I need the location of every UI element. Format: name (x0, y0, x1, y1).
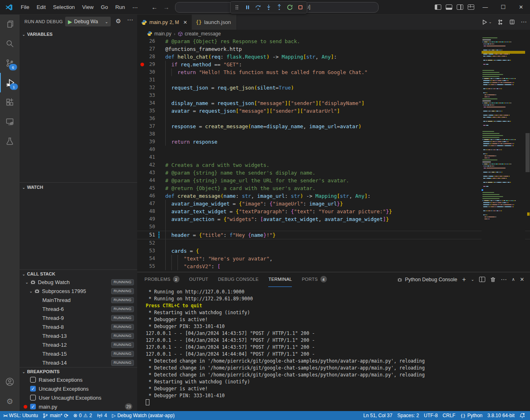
section-watch[interactable]: ⌄ WATCH (20, 182, 137, 192)
breakpoint-row[interactable]: User Uncaught Exceptions (20, 393, 137, 402)
breakpoint-dot-icon[interactable] (140, 63, 144, 66)
breakpoint-row[interactable]: ✓main.py29 (20, 402, 137, 411)
line-number[interactable]: 46 (137, 192, 155, 200)
line-number[interactable]: 50 (137, 223, 155, 231)
step-over-icon[interactable] (253, 2, 263, 12)
nav-back-icon[interactable]: ← (151, 4, 158, 11)
stop-icon[interactable] (296, 2, 305, 12)
line-number[interactable]: 40 (137, 146, 155, 153)
nav-forward-icon[interactable]: → (163, 4, 169, 11)
activitybar-account[interactable] (0, 372, 20, 392)
panel-tab-terminal[interactable]: TERMINAL (268, 272, 292, 287)
menu-run[interactable]: Run (112, 0, 129, 14)
line-number[interactable]: 26 (137, 37, 155, 45)
terminal-dropdown-icon[interactable]: ⌄ (471, 277, 474, 282)
menu-edit[interactable]: Edit (33, 0, 49, 14)
breakpoint-row[interactable]: Raised Exceptions (20, 375, 137, 384)
code-editor[interactable]: 26# @param {Object} res Response to send… (137, 37, 530, 272)
terminal-output[interactable]: * Running on http://127.0.0.1:9000 * Run… (146, 289, 526, 409)
breakpoint-checkbox[interactable] (30, 395, 36, 400)
more-actions-icon[interactable]: ⋯ (501, 276, 507, 283)
new-terminal-icon[interactable]: + (462, 276, 466, 283)
close-icon[interactable]: ✕ (183, 20, 187, 25)
activitybar-remote-explorer[interactable] (0, 112, 20, 131)
line-number[interactable]: 41 (137, 153, 155, 161)
panel-tab-output[interactable]: OUTPUT (189, 272, 208, 287)
section-variables[interactable]: ⌄ VARIABLES (20, 30, 137, 39)
line-number[interactable]: 27 (137, 45, 155, 53)
line-number[interactable]: 33 (137, 92, 155, 99)
tab-launch-json[interactable]: {}launch.json (192, 14, 237, 30)
close-panel-icon[interactable]: ✕ (520, 276, 524, 282)
activitybar-source-control[interactable]: 6 (0, 53, 20, 73)
statusbar-debug-session[interactable]: ▷Debug Watch (avatar-app) (110, 411, 177, 420)
line-number[interactable]: 48 (137, 208, 155, 215)
breakpoint-checkbox[interactable]: ✓ (30, 386, 36, 392)
activitybar-search[interactable] (0, 34, 20, 53)
more-actions-icon[interactable]: ⋯ (521, 18, 527, 26)
line-number[interactable]: 35 (137, 107, 155, 115)
callstack-row[interactable]: ⌄Debug WatchRUNNING (20, 278, 137, 287)
window-close-button[interactable]: ✕ (512, 0, 530, 14)
window-minimize-button[interactable]: — (476, 0, 494, 14)
split-terminal-icon[interactable] (479, 277, 485, 282)
callstack-row[interactable]: MainThreadRUNNING (20, 295, 137, 304)
scrollbar-thumb[interactable] (526, 133, 530, 172)
activitybar-explorer[interactable] (0, 14, 20, 34)
statusbar-problems[interactable]: ⊗0⚠2 (71, 411, 94, 420)
line-number[interactable]: 39 (137, 138, 155, 146)
line-number[interactable]: 42 (137, 161, 155, 169)
restart-icon[interactable] (285, 2, 295, 12)
breakpoint-row[interactable]: ✓Uncaught Exceptions (20, 384, 137, 393)
breadcrumb[interactable]: main.py › create_message (137, 30, 530, 37)
toggle-secondary-sidebar-icon[interactable] (454, 0, 465, 14)
line-number[interactable]: 30 (137, 68, 155, 76)
line-number[interactable]: 38 (137, 130, 155, 138)
line-number[interactable]: 32 (137, 84, 155, 92)
split-editor-icon[interactable] (509, 19, 515, 25)
activitybar-testing[interactable] (0, 131, 20, 151)
statusbar-remote-indicator[interactable]: ><WSL: Ubuntu (1, 411, 40, 420)
terminal-profile[interactable]: Python Debug Console (397, 277, 458, 282)
kill-terminal-icon[interactable] (490, 277, 496, 282)
menu-selection[interactable]: Selection (49, 0, 78, 14)
run-or-debug-icon[interactable] (497, 19, 504, 25)
line-number[interactable]: 45 (137, 184, 155, 192)
activitybar-settings[interactable]: ⚙ (0, 392, 20, 411)
line-number[interactable]: 29 (137, 61, 155, 68)
section-breakpoints[interactable]: ⌄ BREAKPOINTS (20, 367, 137, 376)
line-number[interactable]: 53 (137, 247, 155, 255)
statusbar-eol[interactable]: CRLF (440, 411, 458, 420)
line-number[interactable]: 28 (137, 53, 155, 61)
step-into-icon[interactable] (264, 2, 274, 12)
breadcrumb-symbol[interactable]: create_message (185, 31, 221, 37)
statusbar-indentation[interactable]: Spaces: 2 (395, 411, 421, 420)
statusbar-git-branch[interactable]: main*⟳ (40, 411, 71, 420)
callstack-row[interactable]: ⌄Subprocess 17995RUNNING (20, 287, 137, 295)
breakpoint-checkbox[interactable] (30, 377, 36, 383)
line-number[interactable]: 55 (137, 262, 155, 270)
line-number[interactable]: 31 (137, 76, 155, 84)
panel-tab-debug-console[interactable]: DEBUG CONSOLE (218, 272, 259, 287)
callstack-row[interactable]: Thread-13RUNNING (20, 331, 137, 340)
statusbar-python-version[interactable]: 3.8.10 64-bit (485, 411, 517, 420)
customize-layout-icon[interactable] (465, 0, 476, 14)
section-call-stack[interactable]: ⌄ CALL STACK (20, 269, 137, 278)
tab-main-py[interactable]: main.py2, M✕ (137, 14, 192, 30)
statusbar-cursor-position[interactable]: Ln 51, Col 37 (361, 411, 395, 420)
toggle-sidebar-icon[interactable] (432, 0, 443, 14)
activitybar-extensions[interactable] (0, 92, 20, 112)
breadcrumb-file[interactable]: main.py (154, 31, 171, 37)
line-number[interactable]: 43 (137, 169, 155, 177)
debug-config-dropdown[interactable]: ▶ Debug Wa ⌄ (65, 17, 111, 26)
menu-go[interactable]: Go (97, 0, 112, 14)
line-number[interactable]: 52 (137, 239, 155, 247)
statusbar-language-mode[interactable]: {}Python (458, 411, 485, 420)
run-python-file-icon[interactable]: ⌄ (482, 19, 492, 25)
callstack-row[interactable]: Thread-6RUNNING (20, 304, 137, 313)
statusbar-notifications[interactable] (517, 411, 528, 420)
menu-view[interactable]: View (79, 0, 97, 14)
menubar-more-icon[interactable]: ⋯ (129, 4, 142, 11)
maximize-panel-icon[interactable]: ∧ (512, 277, 515, 282)
callstack-row[interactable]: Thread-15RUNNING (20, 349, 137, 358)
